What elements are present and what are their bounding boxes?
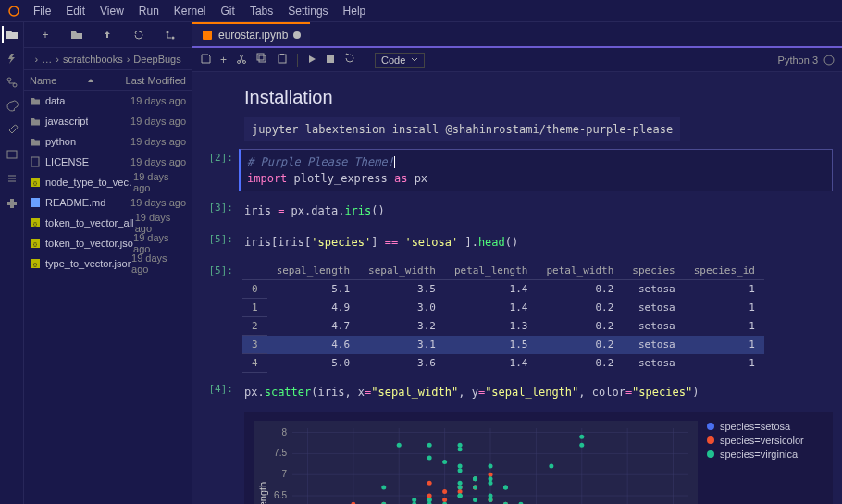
- svg-text:{}: {}: [33, 221, 37, 227]
- markdown-cell[interactable]: Installation jupyter labextension instal…: [192, 81, 833, 141]
- git-tab-icon[interactable]: [4, 74, 20, 91]
- file-row[interactable]: {}token_to_vector.json19 days ago: [24, 233, 192, 253]
- file-row[interactable]: {}node_type_to_vec…19 days ago: [24, 172, 192, 192]
- svg-text:sepal_length: sepal_length: [257, 482, 268, 504]
- copy-icon[interactable]: [256, 53, 267, 67]
- svg-text:6.5: 6.5: [274, 490, 287, 500]
- sort-arrow-icon: [87, 77, 94, 84]
- notebook-icon: [202, 30, 213, 41]
- upload-icon[interactable]: [100, 28, 115, 43]
- svg-point-161: [412, 498, 416, 502]
- menu-git[interactable]: Git: [214, 2, 242, 20]
- kernel-name[interactable]: Python 3: [778, 55, 818, 66]
- file-row[interactable]: javascript19 days ago: [24, 111, 192, 131]
- svg-point-175: [489, 464, 493, 469]
- svg-point-152: [458, 468, 463, 473]
- notebook-body[interactable]: Installation jupyter labextension instal…: [192, 72, 842, 504]
- new-launcher-icon[interactable]: +: [38, 28, 53, 43]
- tab-eurostar[interactable]: eurostar.ipynb: [192, 22, 310, 46]
- svg-point-124: [442, 498, 447, 502]
- breadcrumb-segment[interactable]: DeepBugs: [133, 54, 180, 65]
- notebook-panel: eurostar.ipynb + Code Python 3: [192, 22, 842, 504]
- legend-item: species=setosa: [707, 421, 804, 432]
- code-comment: # Purple Please Theme!: [247, 155, 394, 168]
- breadcrumb[interactable]: › … › scratchbooks › DeepBugs: [24, 48, 192, 70]
- svg-point-191: [473, 476, 477, 481]
- paste-icon[interactable]: [277, 53, 288, 67]
- file-toolbar: +: [24, 22, 192, 48]
- save-icon[interactable]: [200, 53, 211, 67]
- build-tab-icon[interactable]: [4, 122, 20, 139]
- add-cell-icon[interactable]: +: [220, 54, 227, 67]
- breadcrumb-segment[interactable]: …: [42, 54, 52, 65]
- code-cell-4[interactable]: [4]: px.scatter(iris, x="sepal_width", y…: [192, 380, 833, 404]
- svg-point-25: [824, 55, 834, 65]
- svg-point-157: [442, 460, 447, 464]
- file-row[interactable]: {}type_to_vector.json19 days ago: [24, 253, 192, 274]
- prompt: [192, 412, 239, 504]
- file-row[interactable]: data19 days ago: [24, 91, 192, 111]
- refresh-icon[interactable]: [131, 28, 146, 43]
- commands-tab-icon[interactable]: [4, 146, 20, 163]
- legend-item: species=virginica: [707, 449, 804, 460]
- file-row[interactable]: {}token_to_vector_all…19 days ago: [24, 213, 192, 233]
- running-tab-icon[interactable]: [4, 50, 20, 67]
- restart-icon[interactable]: [344, 53, 355, 67]
- toc-tab-icon[interactable]: [4, 170, 20, 187]
- menu-settings[interactable]: Settings: [280, 2, 335, 20]
- stop-icon[interactable]: [326, 54, 335, 67]
- svg-point-197: [458, 494, 463, 498]
- svg-point-168: [397, 443, 402, 448]
- breadcrumb-segment[interactable]: scratchbooks: [63, 54, 123, 65]
- file-list-header[interactable]: Name Last Modified: [24, 70, 192, 91]
- plot-svg: 55.566.577.58sepal_length: [254, 421, 698, 504]
- svg-point-100: [489, 473, 493, 477]
- svg-point-179: [458, 464, 463, 469]
- prompt: [192, 81, 239, 141]
- md-code-block: jupyter labextension install @shahinrost…: [244, 117, 680, 141]
- cut-icon[interactable]: [236, 53, 247, 67]
- svg-point-160: [489, 494, 493, 498]
- svg-point-126: [427, 481, 432, 486]
- menu-edit[interactable]: Edit: [58, 2, 93, 20]
- svg-rect-24: [327, 55, 334, 63]
- home-icon[interactable]: [30, 54, 31, 65]
- palette-tab-icon[interactable]: [4, 98, 20, 115]
- prompt: [5]:: [192, 230, 239, 254]
- menu-kernel[interactable]: Kernel: [167, 2, 214, 20]
- kernel-status-icon: [823, 55, 835, 66]
- file-row[interactable]: LICENSE19 days ago: [24, 152, 192, 172]
- file-row[interactable]: README.md19 days ago: [24, 192, 192, 213]
- svg-point-182: [427, 498, 432, 502]
- code-cell-2[interactable]: [2]: # Purple Please Theme! import plotl…: [192, 149, 833, 191]
- cell-type-select[interactable]: Code: [375, 53, 425, 68]
- run-icon[interactable]: [307, 54, 316, 67]
- svg-point-165: [489, 498, 493, 502]
- menu-run[interactable]: Run: [131, 2, 167, 20]
- code-cell-5[interactable]: [5]: iris[iris['species'] == 'setosa' ].…: [192, 230, 833, 254]
- filter-icon[interactable]: [185, 55, 186, 64]
- chart-legend: species=setosaspecies=versicolorspecies=…: [707, 421, 804, 504]
- col-modified: Last Modified: [126, 75, 186, 86]
- menu-view[interactable]: View: [93, 2, 131, 20]
- menu-tabs[interactable]: Tabs: [242, 2, 280, 20]
- menu-file[interactable]: File: [26, 2, 58, 20]
- scatter-chart: 55.566.577.58sepal_length species=setosa…: [244, 412, 833, 504]
- svg-rect-20: [259, 55, 266, 62]
- app-logo-icon: [7, 5, 20, 18]
- file-row[interactable]: python19 days ago: [24, 131, 192, 152]
- menu-help[interactable]: Help: [336, 2, 374, 20]
- code-cell-3[interactable]: [3]: iris = px.data.iris(): [192, 199, 833, 223]
- extension-tab-icon[interactable]: [4, 194, 20, 211]
- svg-point-181: [579, 435, 584, 439]
- svg-rect-22: [279, 55, 286, 63]
- new-folder-icon[interactable]: [69, 28, 84, 43]
- svg-point-187: [473, 498, 477, 502]
- folder-tab-icon[interactable]: [2, 26, 19, 43]
- svg-text:{}: {}: [33, 262, 37, 267]
- menubar: FileEditViewRunKernelGitTabsSettingsHelp: [0, 0, 842, 22]
- svg-text:8: 8: [281, 427, 287, 437]
- prompt: [3]:: [192, 199, 239, 223]
- git-pull-icon[interactable]: [163, 28, 178, 43]
- svg-point-0: [9, 6, 19, 16]
